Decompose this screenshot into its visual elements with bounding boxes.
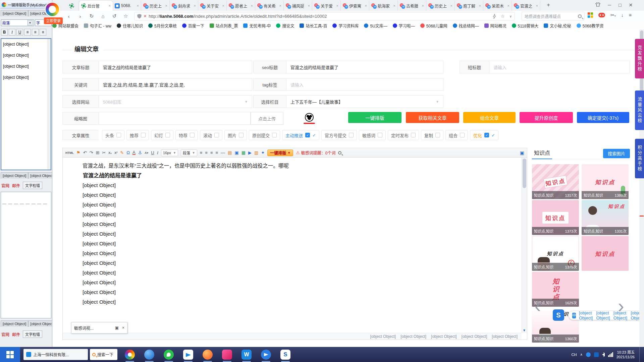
browser-tab[interactable]: 有关希 × xyxy=(255,1,284,11)
editor-scrollbar[interactable]: ▼ xyxy=(522,158,527,333)
bookmark-item[interactable]: 住哪儿知识 xyxy=(117,23,143,28)
browser-tab[interactable]: 庖丁解 × xyxy=(455,1,483,11)
upload-button[interactable]: 点击上传 xyxy=(251,112,283,125)
clock[interactable]: 10:23 周五2021/11/26 xyxy=(616,350,635,359)
carousel-prev-icon[interactable]: ‹ xyxy=(535,299,541,313)
checkbox[interactable] xyxy=(165,133,170,137)
editor-insert-icon[interactable]: ▶ xyxy=(248,150,252,155)
bookmark-item[interactable]: 站点列表_票 xyxy=(210,23,238,28)
taskbar-app-icon[interactable] xyxy=(183,350,193,360)
thumbnail-input[interactable] xyxy=(99,112,251,125)
attribute-checkbox-item[interactable]: 图片 xyxy=(224,130,247,140)
browser-tab[interactable]: 捕风捉 × xyxy=(284,1,312,11)
checkbox[interactable] xyxy=(116,133,121,137)
list-item[interactable]: [object Object] xyxy=(1,39,51,50)
list-item[interactable]: [object Object] xyxy=(1,72,51,83)
editor-insert-icon[interactable]: ≡ xyxy=(200,150,203,155)
download-icon[interactable]: ↓ xyxy=(621,12,624,18)
bookmark-item[interactable]: 搜论文 xyxy=(276,23,294,28)
browser-logo[interactable] xyxy=(45,2,60,17)
bookmark-item[interactable]: 5068教学资 xyxy=(577,23,604,28)
browser-tab[interactable] xyxy=(67,1,79,11)
sidebar-tab-knowledge[interactable]: 知识点 xyxy=(532,148,552,159)
editor-footer-icon[interactable]: [object Object] xyxy=(431,334,457,339)
refresh-icon[interactable]: ↻ xyxy=(86,13,97,19)
browser-tab[interactable]: 愿者上 × xyxy=(227,1,255,11)
forward-icon[interactable]: › xyxy=(74,13,86,19)
maximize-button[interactable]: □ xyxy=(619,2,621,8)
browser-tab[interactable]: 航海家 × xyxy=(369,1,398,11)
editor-insert-icon[interactable]: ≡ xyxy=(210,150,213,155)
tray-app-icon[interactable] xyxy=(594,352,599,357)
editor-format-icon[interactable]: ⚓ xyxy=(138,150,142,155)
list-item[interactable]: [object Object] xyxy=(1,50,51,61)
myeditor-preview-area[interactable]: — — — — — — — — xyxy=(1,192,51,318)
tab-close-icon[interactable]: × xyxy=(109,4,111,8)
favorites-icon[interactable]: ☆ xyxy=(120,13,131,19)
attribute-checkbox-item[interactable]: 原创提交 xyxy=(249,130,280,140)
ime-language-icon[interactable]: 中 xyxy=(572,313,576,318)
home-icon[interactable]: ⌂ xyxy=(97,13,109,19)
checkbox[interactable] xyxy=(190,133,195,137)
editor-insert-icon[interactable]: ✦ xyxy=(261,150,265,155)
align-center-icon[interactable]: ≡ xyxy=(32,29,39,36)
underline-button[interactable]: U xyxy=(16,29,23,36)
ime-tool-icon[interactable]: [object Object] xyxy=(579,310,593,320)
mode-tab[interactable]: [object Object] xyxy=(28,320,52,327)
font-size-select[interactable]: 16px▼ xyxy=(161,149,178,156)
side-banner-tab[interactable]: 竞发飘升榜 xyxy=(635,39,644,78)
checkbox[interactable] xyxy=(141,133,146,137)
title-input[interactable]: 官渡之战的结局是谁赢了 xyxy=(99,61,252,73)
paragraph-select[interactable]: 段落▼ xyxy=(181,149,197,156)
editor-format-icon[interactable]: HTML xyxy=(65,151,74,155)
taskbar-app-button[interactable]: 上海一恒科技有限... xyxy=(23,349,88,360)
myeditor-titlebar[interactable]: 一键排版助手(MyEditor) xyxy=(0,1,52,9)
start-button[interactable] xyxy=(0,347,20,362)
editor-search-icon[interactable] xyxy=(338,151,341,155)
bookmark-item[interactable]: 5118营销大 xyxy=(512,23,539,28)
taskbar-app-icon[interactable] xyxy=(222,350,232,360)
short-title-input[interactable]: 请输入 xyxy=(489,61,630,73)
login-badge[interactable]: 立即登录 xyxy=(44,17,63,24)
keywords-input[interactable]: 官渡,之战,的,结局,是,谁,赢了,官渡,之战,是, xyxy=(99,78,252,91)
attribute-checkbox-item[interactable]: 优化 xyxy=(470,130,498,140)
close-button[interactable]: ✕ xyxy=(629,2,633,8)
tab-close-icon[interactable]: × xyxy=(507,4,509,8)
italic-button[interactable]: I xyxy=(9,29,15,36)
ime-tool-icon[interactable]: [object Object] xyxy=(596,310,610,320)
attribute-checkbox-item[interactable]: 组合 xyxy=(445,130,468,140)
browser-tab[interactable]: 伊索寓 × xyxy=(341,1,369,11)
align-left-icon[interactable]: ≡ xyxy=(24,29,31,36)
restore-icon[interactable]: ▣ xyxy=(115,325,119,330)
browser-tab[interactable]: 关于安 × xyxy=(198,1,227,11)
screenshot-scissors-icon[interactable]: ✂▾ xyxy=(610,12,616,18)
tab-close-icon[interactable]: × xyxy=(251,4,253,8)
side-banner-tab[interactable]: 积分高手榜 xyxy=(635,139,644,178)
attribute-checkbox-item[interactable]: 特荐 xyxy=(175,130,198,140)
myeditor-paragraph-select[interactable]: 段落▼ xyxy=(1,19,34,26)
oneclick-format-button[interactable]: 一键排版▼ xyxy=(267,149,293,156)
lightning-icon[interactable] xyxy=(493,14,496,19)
editor-format-icon[interactable]: ⚑ xyxy=(76,150,80,155)
ime-tool-icon[interactable]: [object Object] xyxy=(613,310,628,320)
image-card[interactable]: 知识点 xyxy=(582,236,629,271)
game-center-icon[interactable] xyxy=(598,13,605,17)
bold-button[interactable]: B xyxy=(1,29,8,36)
editor-insert-icon[interactable]: ▣ xyxy=(234,150,238,155)
search-icon[interactable] xyxy=(578,14,582,18)
new-tab-button[interactable]: + xyxy=(547,2,550,8)
image-card[interactable]: 知识点 知识点,知识1317次 xyxy=(532,164,579,199)
editor-footer-icon[interactable]: [object Object] xyxy=(400,334,426,339)
browser-tab[interactable]: 历史上 × xyxy=(141,1,170,11)
tab-close-icon[interactable]: × xyxy=(194,4,196,8)
site-select[interactable]: 5068旧库▼ xyxy=(99,95,252,108)
editor-format-icon[interactable]: A▾ xyxy=(145,151,148,155)
mail-link[interactable]: 邮件 xyxy=(12,331,20,337)
url-text[interactable]: http://lianhe.5068.com/index.php/admin/a… xyxy=(149,14,491,19)
tray-app-icon[interactable] xyxy=(586,352,591,357)
editor-insert-icon[interactable]: ▤ xyxy=(228,150,232,155)
bookmark-item[interactable]: 5068儿童网 xyxy=(420,23,447,28)
official-site-link[interactable]: 官网 xyxy=(1,183,9,188)
action-button[interactable]: 确定提交(-37s) xyxy=(577,112,629,123)
taskbar-app-icon[interactable]: S xyxy=(280,350,290,360)
